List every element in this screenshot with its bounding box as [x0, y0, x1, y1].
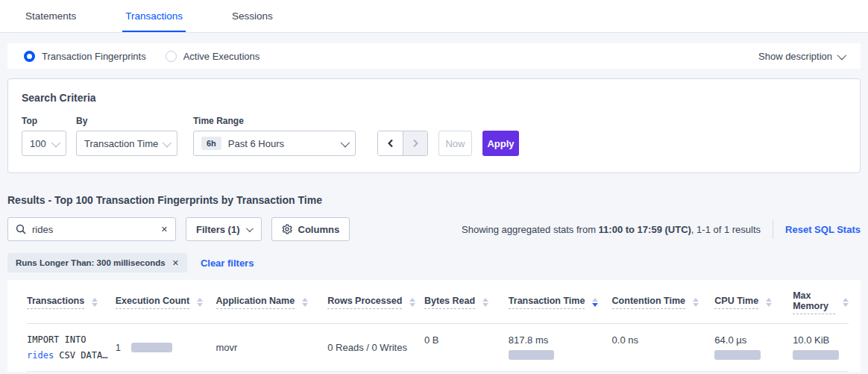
transaction-time-value: 817.8 ms	[509, 334, 605, 346]
tab-transactions[interactable]: Transactions	[122, 1, 186, 32]
top-select[interactable]: 100	[22, 131, 66, 156]
time-prev-button[interactable]	[378, 131, 403, 155]
top-field: Top 100	[22, 116, 66, 156]
chevron-down-icon	[341, 137, 350, 147]
radio-unselected-icon	[166, 51, 177, 62]
transaction-time-cell: 817.8 ms	[509, 324, 612, 360]
cpu-time-bar	[714, 350, 761, 360]
filter-chip: Runs Longer Than: 300 milliseconds ✕	[7, 253, 187, 272]
time-next-button[interactable]	[403, 131, 427, 155]
stats-time-range: 11:00 to 17:59 (UTC)	[599, 224, 691, 235]
cpu-time-value: 64.0 µs	[714, 334, 785, 346]
bytes-read-cell: 0 B	[424, 324, 509, 346]
clear-search-icon[interactable]: ✕	[161, 225, 168, 234]
column-header-contention-time: Contention Time	[612, 296, 715, 309]
view-toggle-card: Transaction Fingerprints Active Executio…	[7, 43, 861, 69]
max-memory-bar	[793, 350, 839, 360]
sort-icon[interactable]	[409, 298, 415, 307]
results-heading: Results - Top 100 Transaction Fingerprin…	[7, 194, 861, 206]
radio-transaction-fingerprints[interactable]: Transaction Fingerprints	[24, 51, 146, 62]
by-select-value: Transaction Time	[84, 138, 158, 149]
radio-active-executions[interactable]: Active Executions	[166, 51, 260, 62]
time-nav-group	[377, 131, 428, 156]
search-criteria-title: Search Criteria	[22, 92, 846, 104]
sql-activity-page: Statements Transactions Sessions Transac…	[0, 0, 868, 374]
max-memory-value: 10.0 KiB	[793, 334, 841, 346]
transaction-time-bar	[509, 350, 554, 360]
sort-icon[interactable]	[92, 298, 98, 307]
clear-filters-link[interactable]: Clear filters	[201, 258, 254, 269]
by-select[interactable]: Transaction Time	[76, 131, 177, 156]
transaction-fingerprint-cell: IMPORT INTO rides CSV DATA…	[27, 332, 116, 364]
filters-button[interactable]: Filters (1)	[186, 217, 262, 241]
by-field: By Transaction Time	[76, 116, 177, 156]
results-table: Transactions Execution Count Application…	[7, 280, 861, 372]
show-description-toggle[interactable]: Show description	[758, 51, 844, 62]
chevron-left-icon	[386, 139, 395, 148]
column-header-application-name: Application Name	[216, 296, 328, 309]
sort-icon[interactable]	[302, 298, 308, 307]
time-range-label: Time Range	[193, 116, 357, 126]
chevron-down-icon	[163, 137, 172, 147]
view-radio-group: Transaction Fingerprints Active Executio…	[24, 51, 260, 62]
sort-icon-active-desc[interactable]	[592, 298, 598, 307]
column-header-transaction-time: Transaction Time	[509, 296, 612, 309]
cpu-time-cell: 64.0 µs	[714, 324, 793, 360]
columns-label: Columns	[298, 224, 340, 235]
chevron-down-icon	[51, 137, 61, 147]
search-criteria-controls: Top 100 By Transaction Time Time Range 6…	[22, 116, 846, 156]
columns-button[interactable]: Columns	[271, 217, 350, 241]
reset-sql-stats-link[interactable]: Reset SQL Stats	[785, 224, 861, 235]
radio-label: Transaction Fingerprints	[42, 51, 146, 62]
time-range-badge: 6h	[201, 137, 221, 150]
sort-icon[interactable]	[843, 298, 849, 307]
time-range-value: Past 6 Hours	[228, 138, 284, 149]
table-row: IMPORT INTO rides CSV DATA… 1 movr 0 Rea…	[27, 324, 849, 372]
apply-button[interactable]: Apply	[482, 131, 519, 156]
top-select-value: 100	[30, 138, 46, 149]
search-icon	[16, 224, 26, 234]
now-button[interactable]: Now	[438, 131, 472, 156]
tab-statements[interactable]: Statements	[22, 1, 79, 32]
sort-icon[interactable]	[693, 298, 699, 307]
search-input[interactable]	[32, 224, 155, 235]
tabs-bar: Statements Transactions Sessions	[0, 0, 868, 33]
transaction-statement-line2: rides CSV DATA…	[27, 348, 108, 364]
gear-icon	[282, 224, 292, 234]
column-header-max-memory: Max Memory	[793, 290, 849, 314]
sort-icon[interactable]	[197, 298, 203, 307]
rows-processed-cell: 0 Reads / 0 Writes	[327, 342, 424, 353]
results-controls-row: ✕ Filters (1) Columns Showing aggregated…	[7, 217, 861, 241]
show-description-label: Show description	[758, 51, 832, 62]
chevron-down-icon	[837, 50, 847, 60]
search-box: ✕	[7, 217, 176, 241]
chevron-down-icon	[245, 225, 253, 232]
column-header-execution-count: Execution Count	[116, 296, 216, 309]
contention-time-cell: 0.0 ns	[612, 324, 715, 346]
column-header-rows-processed: Rows Processed	[327, 296, 424, 309]
column-header-cpu-time: CPU Time	[714, 296, 793, 309]
sort-icon[interactable]	[766, 298, 772, 307]
tab-sessions[interactable]: Sessions	[229, 1, 276, 32]
transaction-link[interactable]: rides	[27, 350, 54, 361]
time-range-field: Time Range 6h Past 6 Hours	[193, 116, 357, 156]
by-label: By	[76, 116, 177, 126]
column-header-bytes-read: Bytes Read	[424, 296, 509, 309]
vertical-divider	[773, 219, 773, 239]
table-header-row: Transactions Execution Count Application…	[27, 280, 849, 324]
filters-label: Filters (1)	[196, 224, 240, 235]
transaction-statement-line1: IMPORT INTO	[27, 332, 108, 348]
chevron-right-icon	[411, 139, 420, 148]
search-criteria-card: Search Criteria Top 100 By Transaction T…	[7, 78, 861, 173]
execution-count-value: 1	[116, 342, 121, 353]
radio-selected-icon	[24, 51, 35, 62]
filter-chip-row: Runs Longer Than: 300 milliseconds ✕ Cle…	[7, 253, 861, 272]
time-range-select[interactable]: 6h Past 6 Hours	[193, 131, 356, 156]
top-label: Top	[22, 116, 66, 126]
column-header-transactions: Transactions	[27, 296, 116, 309]
radio-label: Active Executions	[183, 51, 260, 62]
remove-filter-icon[interactable]: ✕	[172, 258, 179, 268]
execution-count-bar	[131, 343, 172, 352]
sort-icon[interactable]	[482, 298, 488, 307]
aggregated-stats-text: Showing aggregated stats from 11:00 to 1…	[462, 219, 861, 239]
